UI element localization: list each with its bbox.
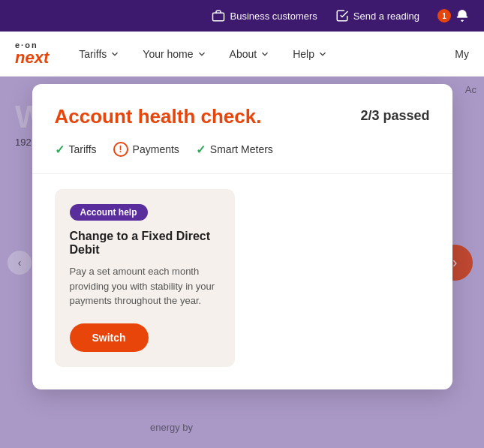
check-tariffs: ✓ Tariffs <box>55 143 97 157</box>
tariffs-chevron-icon <box>110 49 120 59</box>
send-reading-label: Send a reading <box>353 11 419 22</box>
account-health-modal: Account health check. 2/3 passed ✓ Tarif… <box>32 84 452 389</box>
modal-checks: ✓ Tariffs ! Payments ✓ Smart Meters <box>55 142 430 157</box>
check-smart-meters: ✓ Smart Meters <box>196 143 273 157</box>
modal-overlay: Account health check. 2/3 passed ✓ Tarif… <box>0 77 484 448</box>
info-card-title: Change to a Fixed Direct Debit <box>70 230 220 257</box>
nav-tariffs-label: Tariffs <box>79 48 107 60</box>
check-smart-meters-label: Smart Meters <box>210 143 273 155</box>
modal-divider <box>32 173 452 174</box>
notification-badge: 1 <box>437 9 451 23</box>
nav-about-label: About <box>230 48 257 60</box>
nav-bar: e·on next Tariffs Your home About Help M… <box>0 32 484 77</box>
nav-my[interactable]: My <box>455 48 469 60</box>
check-tariffs-label: Tariffs <box>69 143 97 155</box>
top-bar: Business customers Send a reading 1 <box>0 0 484 32</box>
nav-your-home[interactable]: Your home <box>143 48 206 60</box>
logo-next: next <box>15 50 49 66</box>
business-label: Business customers <box>230 11 317 22</box>
your-home-chevron-icon <box>197 49 207 59</box>
notifications-button[interactable]: 1 <box>437 9 469 23</box>
nav-help[interactable]: Help <box>293 48 328 60</box>
business-customers-link[interactable]: Business customers <box>212 9 317 23</box>
check-payments: ! Payments <box>113 142 179 157</box>
about-chevron-icon <box>260 49 270 59</box>
switch-button[interactable]: Switch <box>70 323 149 352</box>
check-payments-icon: ! <box>113 142 128 157</box>
modal-title: Account health check. <box>55 105 262 128</box>
nav-tariffs[interactable]: Tariffs <box>79 48 120 60</box>
nav-help-label: Help <box>293 48 314 60</box>
help-chevron-icon <box>317 49 328 59</box>
check-smart-meters-icon: ✓ <box>196 143 206 157</box>
nav-my-label: My <box>455 48 469 60</box>
nav-your-home-label: Your home <box>143 48 193 60</box>
logo[interactable]: e·on next <box>15 41 49 66</box>
check-tariffs-icon: ✓ <box>55 143 65 157</box>
svg-rect-0 <box>213 13 224 21</box>
modal-header: Account health check. 2/3 passed <box>55 105 430 128</box>
nav-about[interactable]: About <box>230 48 271 60</box>
main-content: We 192 G ‹ Ac › t paym payme ment is s a… <box>0 77 484 448</box>
check-payments-label: Payments <box>133 143 179 155</box>
info-card-description: Pay a set amount each month providing yo… <box>70 264 220 308</box>
modal-passed: 2/3 passed <box>360 108 429 124</box>
info-card-tag: Account help <box>70 204 148 221</box>
info-card: Account help Change to a Fixed Direct De… <box>55 189 235 367</box>
send-reading-link[interactable]: Send a reading <box>335 9 419 23</box>
